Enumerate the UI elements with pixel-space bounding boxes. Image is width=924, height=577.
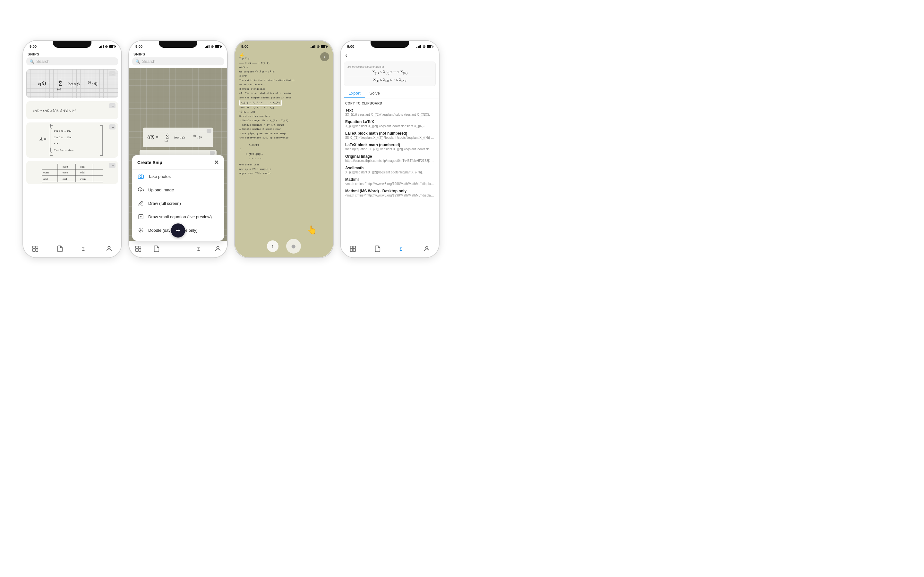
popup-close-button[interactable]: ✕	[214, 159, 219, 166]
popup-item-camera[interactable]: Take photos	[132, 169, 224, 183]
svg-text:even: even	[80, 177, 86, 181]
export-item-original-title: Original Image	[345, 154, 435, 159]
tab-export[interactable]: Export	[344, 89, 365, 98]
phone-2-time: 9:00	[136, 45, 142, 48]
preview-formula-line1: X(1) ≤ X(2) ≤ ··· ≤ X(N)	[347, 69, 432, 75]
svg-text:Σ: Σ	[166, 134, 169, 139]
popup-item-draw[interactable]: Draw (full screen)	[132, 197, 224, 210]
nav-profile-icon-2[interactable]	[214, 245, 222, 253]
phone-2-search-bar[interactable]: 🔍 Search	[132, 57, 224, 65]
phone-3-bottom-controls: ↑ ●	[235, 239, 333, 253]
phone-4-bottom-nav: Σ	[341, 241, 439, 258]
export-item-latex-block-num[interactable]: LaTeX block math (numbered) \begin{equat…	[341, 141, 439, 153]
snip-card-3-image: A = ( ( a₁₁ a₁₂ ... a₁ₙ a₂₁ a	[26, 122, 118, 158]
phone-1-search-bar[interactable]: 🔍 Search	[26, 57, 118, 65]
nav-profile-icon-4[interactable]	[423, 245, 431, 253]
snip-card-3-menu[interactable]: ···	[109, 124, 115, 129]
phone-1-content: SNIPS 🔍 Search ℓ(θ) = n Σ i=1 log p (x (…	[23, 50, 121, 258]
export-item-text-title: Text	[345, 108, 435, 113]
wifi-icon-2: ⊜	[211, 45, 214, 49]
popup-item-draw-small[interactable]: Draw small equation (live preview)	[132, 210, 224, 223]
svg-text:log p (x: log p (x	[174, 135, 185, 139]
export-item-mathml[interactable]: Mathml <math xmlns="http://www.w3.org/19…	[341, 176, 439, 187]
hw-line-9: ef. The order statistics of a random	[239, 91, 328, 96]
svg-text:A =: A =	[39, 137, 47, 142]
nav-snips-icon-4[interactable]	[349, 245, 357, 253]
nav-snips-icon[interactable]	[31, 245, 39, 253]
nav-formula-icon-2[interactable]: Σ	[195, 245, 204, 253]
phone-2-section-label: SNIPS	[129, 50, 227, 57]
svg-rect-65	[136, 246, 138, 248]
svg-text:odd: odd	[80, 171, 85, 174]
export-item-latex[interactable]: Equation LaTeX X_{(1)}\leqslant X_{(2)} …	[341, 118, 439, 129]
hw-line-3: σ/√N σ	[239, 65, 328, 70]
nav-pdf-icon-2[interactable]	[152, 245, 161, 253]
svg-rect-37	[36, 246, 38, 248]
upload-control[interactable]: ↑	[267, 240, 278, 252]
svg-text:Σ: Σ	[197, 246, 200, 251]
svg-text:a₂₁  a₂₂  ...  a₂ₙ: a₂₁ a₂₂ ... a₂ₙ	[54, 135, 71, 139]
nav-profile-icon[interactable]	[105, 245, 113, 253]
back-button[interactable]: ‹	[345, 52, 347, 59]
svg-point-41	[108, 246, 110, 248]
nav-snips-icon-2[interactable]	[134, 245, 142, 253]
hw-line-5: s s/σ	[239, 74, 328, 79]
snip-card-1-menu[interactable]: ···	[109, 71, 115, 76]
popup-item-upload[interactable]: Upload image	[132, 183, 224, 197]
svg-point-64	[141, 230, 142, 231]
svg-rect-36	[33, 246, 35, 248]
svg-text:sᵢⁿ(t) + sⱼⁿ(t) ≥ δᵢ(t),  ∀t ∈: sᵢⁿ(t) + sⱼⁿ(t) ≥ δᵢ(t), ∀t ∈ [t⁰ᵢ, tⁿᵢ]	[33, 109, 76, 113]
snip-card-4[interactable]: even odd even even odd odd odd even ···	[26, 161, 118, 184]
flash-icon[interactable]: ⚡	[239, 52, 245, 58]
camera-icon	[137, 173, 144, 180]
formula-svg-1: ℓ(θ) = n Σ i=1 log p (x (i) ; θ)	[35, 75, 109, 93]
snip-card-1-image: ℓ(θ) = n Σ i=1 log p (x (i) ; θ)	[26, 69, 118, 98]
export-item-mathml-msword[interactable]: Mathml (MS Word) - Desktop only <math xm…	[341, 187, 439, 199]
nav-formula-icon[interactable]: Σ	[80, 245, 89, 253]
snip-card-1[interactable]: ℓ(θ) = n Σ i=1 log p (x (i) ; θ) ···	[26, 69, 118, 98]
nav-pdf-icon[interactable]	[56, 245, 64, 253]
export-item-original-value: https://cdn.mathpix.com/snip/images/0mTv…	[345, 159, 435, 163]
hw-line-20: {	[239, 147, 328, 152]
phone-2-bottom-nav: Σ	[129, 241, 227, 258]
phone-4-content: ‹ are the sample values placed in X(1) ≤…	[341, 50, 439, 258]
zoom-control[interactable]: ›	[320, 52, 329, 61]
svg-point-70	[217, 246, 219, 248]
svg-rect-66	[139, 246, 141, 248]
svg-rect-39	[36, 249, 38, 251]
phone-1-time: 9:00	[29, 45, 37, 48]
svg-text:odd: odd	[43, 177, 48, 181]
phone-4-back-area: ‹	[341, 50, 439, 60]
svg-text:aₘ₁  aₘ₂  ...  aₘₙ: aₘ₁ aₘ₂ ... aₘₙ	[54, 148, 73, 152]
hw-selected-text: X_(1) ≤ X_(2) ≤ ... ≤ X_(N)	[241, 101, 280, 104]
hw-line-18: the observation s.t. Np observatio	[239, 136, 328, 140]
export-item-text-value: $X_{(1)} \leqslant X_{(2)} \leqslant \cd…	[345, 113, 435, 116]
export-item-asciimath[interactable]: Asciimath X_{(1)}\leqslant X_{(2)}\leqsl…	[341, 164, 439, 176]
draw-icon	[137, 200, 144, 207]
export-item-text[interactable]: Text $X_{(1)} \leqslant X_{(2)} \leqslan…	[341, 106, 439, 118]
hw-line-21: X_(N+1-{N(1-	[246, 152, 328, 157]
snip-card-2-menu[interactable]: ···	[109, 103, 115, 108]
export-item-mathml-value: <math xmlns="http://www.w3.org/1998/Math…	[345, 182, 435, 185]
create-snip-plus-button[interactable]: +	[171, 223, 185, 237]
svg-point-61	[140, 176, 142, 177]
svg-text:odd: odd	[63, 177, 67, 181]
export-item-latex-block-nonum[interactable]: LaTeX block math (not numbered) $$ X_{(1…	[341, 129, 439, 141]
nav-formula-icon-4[interactable]: Σ	[398, 245, 406, 253]
snip-card-4-image: even odd even even odd odd odd even	[26, 161, 118, 184]
hw-line-19: X_(≤Np)	[249, 143, 328, 147]
export-item-original[interactable]: Original Image https://cdn.mathpix.com/s…	[341, 153, 439, 164]
signal-icon	[99, 45, 103, 48]
tab-solve[interactable]: Solve	[365, 89, 384, 98]
export-item-mathml-msword-value: <math xmlns="http://www.w3.org/1998/Math…	[345, 193, 435, 197]
phone-1-bottom-nav: Σ	[23, 241, 121, 258]
nav-pdf-icon-4[interactable]	[373, 245, 382, 253]
export-item-asciimath-value: X_{(1)}\leqslant X_{(2)}\leqslant cdots …	[345, 171, 435, 174]
svg-text:even: even	[43, 171, 49, 174]
snip-card-2[interactable]: sᵢⁿ(t) + sⱼⁿ(t) ≥ δᵢ(t), ∀t ∈ [t⁰ᵢ, tⁿᵢ]…	[26, 101, 118, 119]
snip-card-4-menu[interactable]: ···	[109, 163, 115, 168]
snip-card-3[interactable]: A = ( ( a₁₁ a₁₂ ... a₁ₙ a₂₁ a	[26, 122, 118, 158]
hw-line-8: 3 Order statistics	[239, 87, 328, 92]
draw-small-icon	[137, 213, 144, 220]
capture-button[interactable]: ●	[286, 239, 301, 253]
